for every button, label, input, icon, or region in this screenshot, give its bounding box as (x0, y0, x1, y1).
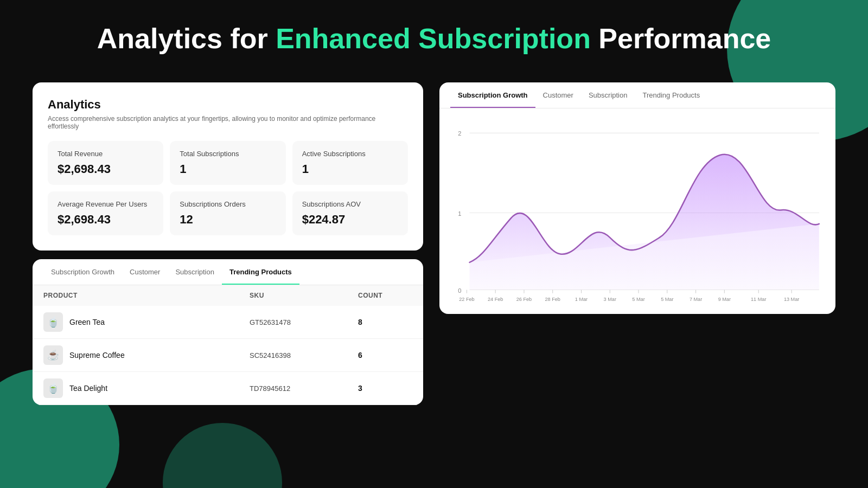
chart-card: Subscription GrowthCustomerSubscriptionT… (439, 82, 835, 314)
metric-value-3: $2,698.43 (58, 213, 154, 227)
right-panel: Subscription GrowthCustomerSubscriptionT… (439, 82, 835, 314)
svg-text:5 Mar: 5 Mar (661, 297, 673, 302)
subscription-growth-chart: 2 1 0 (450, 119, 825, 306)
bg-decoration-circle-bc (163, 423, 282, 488)
chart-tab-2[interactable]: Subscription (581, 82, 635, 108)
metric-label-2: Active Subscriptions (302, 150, 398, 158)
sku-cell-2: TD78945612 (250, 384, 358, 393)
title-suffix: Performance (591, 23, 771, 54)
table-tab-3[interactable]: Trending Products (222, 259, 299, 285)
product-name-0: Green Tea (69, 318, 105, 326)
metric-label-4: Subscriptions Orders (180, 200, 276, 208)
metric-card-5: Subscriptions AOV $224.87 (292, 191, 408, 235)
svg-text:1: 1 (458, 210, 461, 217)
table-tab-0[interactable]: Subscription Growth (43, 259, 122, 285)
metric-card-4: Subscriptions Orders 12 (170, 191, 285, 235)
metric-label-3: Average Revenue Per Users (58, 200, 154, 208)
product-thumb-0: 🍵 (43, 312, 63, 332)
metrics-grid: Total Revenue $2,698.43 Total Subscripti… (48, 141, 408, 235)
chart-tab-1[interactable]: Customer (535, 82, 581, 108)
metric-value-0: $2,698.43 (58, 162, 154, 176)
title-highlight: Enhanced Subscription (276, 23, 591, 54)
svg-text:9 Mar: 9 Mar (718, 297, 731, 302)
svg-text:5 Mar: 5 Mar (632, 297, 644, 302)
product-cell-1: ☕ Supreme Coffee (43, 345, 250, 365)
metric-card-3: Average Revenue Per Users $2,698.43 (48, 191, 163, 235)
metric-value-2: 1 (302, 162, 398, 176)
sku-cell-0: GT52631478 (250, 318, 358, 326)
svg-text:28 Feb: 28 Feb (545, 297, 560, 302)
svg-text:7 Mar: 7 Mar (690, 297, 702, 302)
left-panel: Analytics Access comprehensive subscript… (33, 82, 423, 405)
svg-text:26 Feb: 26 Feb (516, 297, 532, 302)
metric-label-5: Subscriptions AOV (302, 200, 398, 208)
chart-area: 2 1 0 (439, 108, 835, 314)
metric-card-0: Total Revenue $2,698.43 (48, 141, 163, 185)
page-title: Analytics for Enhanced Subscription Perf… (33, 22, 835, 55)
sku-cell-1: SC52416398 (250, 351, 358, 359)
table-tab-1[interactable]: Customer (122, 259, 168, 285)
col-count: Count (358, 292, 412, 299)
table-row-1: ☕ Supreme Coffee SC52416398 6 (33, 339, 423, 372)
metric-value-5: $224.87 (302, 213, 398, 227)
analytics-card: Analytics Access comprehensive subscript… (33, 82, 423, 251)
product-name-1: Supreme Coffee (69, 351, 125, 359)
chart-tab-0[interactable]: Subscription Growth (450, 82, 535, 108)
svg-text:13 Mar: 13 Mar (784, 297, 799, 302)
svg-text:3 Mar: 3 Mar (604, 297, 616, 302)
title-prefix: Analytics for (97, 23, 276, 54)
metric-label-0: Total Revenue (58, 150, 154, 158)
table-header: Product SKU Count (33, 285, 423, 306)
product-thumb-2: 🍵 (43, 378, 63, 398)
metric-label-1: Total Subscriptions (180, 150, 276, 158)
count-cell-1: 6 (358, 351, 412, 359)
col-sku: SKU (250, 292, 358, 299)
analytics-card-title: Analytics (48, 98, 408, 112)
table-container: Product SKU Count 🍵 Green Tea GT52631478… (33, 285, 423, 405)
svg-text:11 Mar: 11 Mar (751, 297, 766, 302)
metric-card-2: Active Subscriptions 1 (292, 141, 408, 185)
table-row-0: 🍵 Green Tea GT52631478 8 (33, 306, 423, 339)
svg-text:0: 0 (458, 287, 461, 294)
product-thumb-1: ☕ (43, 345, 63, 365)
svg-text:22 Feb: 22 Feb (459, 297, 474, 302)
metric-card-1: Total Subscriptions 1 (170, 141, 285, 185)
table-tab-bar: Subscription GrowthCustomerSubscriptionT… (33, 259, 423, 285)
svg-text:1 Mar: 1 Mar (575, 297, 588, 302)
table-card: Subscription GrowthCustomerSubscriptionT… (33, 259, 423, 405)
analytics-card-subtitle: Access comprehensive subscription analyt… (48, 115, 408, 130)
count-cell-0: 8 (358, 318, 412, 326)
product-name-2: Tea Delight (69, 384, 107, 393)
svg-text:2: 2 (458, 131, 461, 137)
count-cell-2: 3 (358, 384, 412, 393)
product-cell-2: 🍵 Tea Delight (43, 378, 250, 398)
product-cell-0: 🍵 Green Tea (43, 312, 250, 332)
col-product: Product (43, 292, 250, 299)
svg-text:24 Feb: 24 Feb (488, 297, 503, 302)
metric-value-1: 1 (180, 162, 276, 176)
chart-tab-3[interactable]: Trending Products (635, 82, 707, 108)
table-tab-2[interactable]: Subscription (168, 259, 222, 285)
chart-tab-bar: Subscription GrowthCustomerSubscriptionT… (439, 82, 835, 108)
metric-value-4: 12 (180, 213, 276, 227)
table-row-2: 🍵 Tea Delight TD78945612 3 (33, 372, 423, 405)
